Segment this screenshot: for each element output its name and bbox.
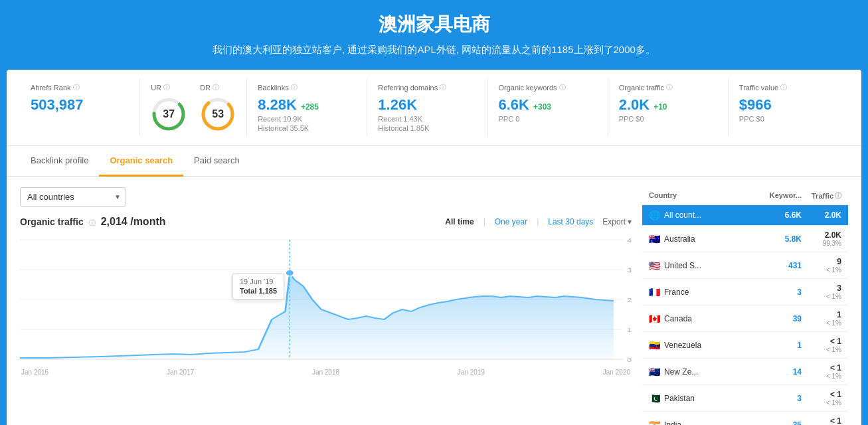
keywords-value: 39 (755, 314, 802, 323)
traffic-value: 2.0K (825, 211, 841, 220)
chart-xaxis: Jan 2016 Jan 2017 Jan 2018 Jan 2019 Jan … (20, 369, 632, 376)
traffic-value: < 1 (830, 390, 841, 399)
col-traffic: Traffic ⓘ (802, 191, 841, 201)
keywords-value: 5.8K (755, 234, 802, 244)
ahrefs-rank-info-icon[interactable]: ⓘ (73, 83, 80, 92)
metric-organic-keywords: Organic keywords ⓘ 6.6K +303 PPC 0 (488, 79, 608, 136)
gauge-container: UR ⓘ 37 DR ⓘ (140, 79, 247, 136)
flag-icon: 🇻🇪 (649, 340, 660, 351)
chart-svg: 4K 3K 2K 1K 0 (20, 233, 632, 366)
header-title: 澳洲家具电商 (13, 12, 855, 37)
dr-gauge: DR ⓘ 53 (200, 83, 236, 132)
country-name: Venezuela (664, 341, 701, 350)
table-row[interactable]: 🌐All count...6.6K2.0K (642, 205, 848, 226)
country-name: Pakistan (664, 394, 695, 403)
traffic-pct: < 1% (826, 373, 841, 380)
backlinks-change: +285 (301, 102, 319, 112)
table-row[interactable]: 🇫🇷France33< 1% (642, 279, 848, 305)
filter-last-30[interactable]: Last 30 days (545, 216, 596, 228)
chart-area: All countries Australia United States Fr… (20, 187, 632, 425)
flag-icon: 🌐 (649, 210, 660, 220)
svg-text:1K: 1K (627, 327, 632, 333)
country-table: Country Keywor... Traffic ⓘ 🌐All count..… (642, 187, 848, 425)
traffic-value-info-icon[interactable]: ⓘ (780, 83, 787, 92)
country-name: Canada (664, 314, 692, 323)
flag-icon: 🇨🇦 (649, 313, 660, 324)
content-area: All countries Australia United States Fr… (7, 177, 861, 425)
metric-organic-traffic: Organic traffic ⓘ 2.0K +10 PPC $0 (608, 79, 729, 136)
referring-domains-info-icon[interactable]: ⓘ (440, 83, 446, 92)
table-body: 🌐All count...6.6K2.0K🇦🇺Australia5.8K2.0K… (642, 205, 848, 425)
organic-keywords-info-icon[interactable]: ⓘ (559, 83, 566, 92)
country-select-wrapper: All countries Australia United States Fr… (20, 187, 126, 207)
flag-icon: 🇦🇺 (649, 234, 660, 244)
backlinks-info-icon[interactable]: ⓘ (291, 83, 298, 92)
traffic-value: 1 (837, 310, 841, 319)
table-row[interactable]: 🇻🇪Venezuela1< 1< 1% (642, 332, 848, 359)
dr-info-icon[interactable]: ⓘ (213, 83, 219, 92)
table-row[interactable]: 🇨🇦Canada391< 1% (642, 305, 848, 332)
main-card: Ahrefs Rank ⓘ 503,987 UR ⓘ 37 (7, 70, 861, 425)
traffic-value-value: $966 (739, 96, 837, 114)
ur-info-icon[interactable]: ⓘ (163, 83, 170, 92)
keywords-value: 6.6K (755, 211, 802, 220)
metric-backlinks: Backlinks ⓘ 8.28K +285 Recent 10.9K Hist… (247, 79, 367, 136)
traffic-pct: < 1% (826, 293, 841, 300)
country-name: Australia (664, 234, 695, 244)
keywords-value: 3 (755, 288, 802, 297)
organic-traffic-info-icon[interactable]: ⓘ (666, 83, 673, 92)
tab-paid-search[interactable]: Paid search (183, 146, 250, 177)
traffic-value: < 1 (830, 416, 841, 425)
filter-one-year[interactable]: One year (492, 216, 530, 228)
country-name: France (664, 288, 689, 297)
ur-gauge: UR ⓘ 37 (151, 83, 187, 132)
keywords-value: 14 (755, 367, 802, 377)
country-name: New Ze... (664, 367, 698, 377)
metric-referring-domains: Referring domains ⓘ 1.26K Recent 1.43K H… (367, 79, 487, 136)
traffic-pct: < 1% (826, 346, 841, 353)
flag-icon: 🇳🇿 (649, 367, 660, 377)
svg-text:3K: 3K (627, 267, 632, 274)
table-row[interactable]: 🇳🇿New Ze...14< 1< 1% (642, 359, 848, 385)
referring-domains-value: 1.26K (378, 96, 476, 114)
svg-text:2K: 2K (627, 297, 632, 303)
export-button[interactable]: Export ▾ (602, 217, 632, 226)
tab-backlink-profile[interactable]: Backlink profile (20, 146, 99, 177)
keywords-value: 1 (755, 341, 802, 350)
table-row[interactable]: 🇵🇰Pakistan3< 1< 1% (642, 385, 848, 412)
svg-text:0: 0 (627, 357, 632, 363)
metric-traffic-value: Traffic value ⓘ $966 PPC $0 (729, 79, 848, 136)
backlinks-value: 8.28K (258, 96, 297, 114)
traffic-value: 3 (837, 284, 841, 293)
table-row[interactable]: 🇦🇺Australia5.8K2.0K99.3% (642, 226, 848, 252)
metrics-row: Ahrefs Rank ⓘ 503,987 UR ⓘ 37 (7, 70, 861, 146)
traffic-col-info-icon[interactable]: ⓘ (835, 191, 841, 201)
keywords-value: 35 (755, 420, 802, 426)
chart-header: Organic traffic ⓘ 2,014 /month All time … (20, 216, 632, 228)
traffic-value: 9 (837, 257, 841, 266)
keywords-value: 431 (755, 261, 802, 270)
traffic-pct: < 1% (826, 266, 841, 274)
table-row[interactable]: 🇮🇳India35< 1< 1% (642, 412, 848, 425)
chart-title-info-icon[interactable]: ⓘ (89, 218, 96, 228)
col-keywords: Keywor... (755, 191, 802, 201)
filter-all-time[interactable]: All time (442, 216, 476, 228)
svg-text:4K: 4K (627, 237, 632, 244)
tab-organic-search[interactable]: Organic search (99, 146, 183, 177)
country-name: United S... (664, 261, 701, 270)
organic-traffic-value: 2.0K (619, 96, 650, 114)
chart-title: Organic traffic (20, 216, 84, 227)
tabs-row: Backlink profile Organic search Paid sea… (7, 146, 861, 177)
country-name: India (664, 420, 681, 426)
organic-keywords-change: +303 (533, 102, 551, 112)
country-select[interactable]: All countries Australia United States Fr… (20, 187, 126, 207)
chart-controls: All countries Australia United States Fr… (20, 187, 632, 207)
chart-traffic-value: 2,014 /month (101, 216, 166, 228)
flag-icon: 🇵🇰 (649, 393, 660, 404)
chart-container: 4K 3K 2K 1K 0 (20, 233, 632, 366)
table-row[interactable]: 🇺🇸United S...4319< 1% (642, 252, 848, 279)
col-country: Country (649, 191, 755, 201)
table-header: Country Keywor... Traffic ⓘ (642, 187, 848, 205)
flag-icon: 🇫🇷 (649, 287, 660, 298)
export-chevron-icon: ▾ (628, 217, 632, 226)
